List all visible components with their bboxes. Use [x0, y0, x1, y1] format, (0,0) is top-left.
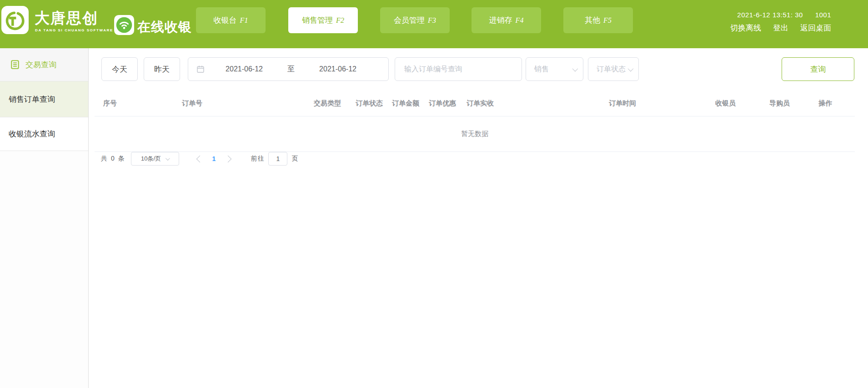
- brand-name: 大唐思创: [35, 8, 98, 29]
- transaction-type-value: 销售: [534, 65, 549, 74]
- nav-tab-label: 进销存: [489, 15, 512, 25]
- page-unit-label: 页: [291, 155, 298, 163]
- order-status-value: 订单状态: [597, 65, 626, 74]
- column-header-order-time: 订单时间: [609, 99, 636, 108]
- date-from-value[interactable]: 2021-06-12: [217, 65, 271, 73]
- order-status-select[interactable]: 订单状态: [588, 57, 639, 81]
- today-button[interactable]: 今天: [101, 57, 138, 81]
- current-page-number[interactable]: 1: [212, 155, 216, 162]
- goto-page-input[interactable]: [268, 152, 287, 166]
- sidebar-item-cashier-flow-query[interactable]: 收银流水查询: [0, 117, 88, 151]
- pos-app-window: 大唐思创 DA TANG SI CHUANG SOFTWARE 在线收银 收银台…: [0, 0, 868, 388]
- column-header-order-amount: 订单金额: [392, 99, 419, 108]
- nav-tab-label: 销售管理: [302, 15, 333, 25]
- nav-tab-member-management[interactable]: 会员管理 F3: [380, 7, 450, 33]
- previous-page-icon[interactable]: [196, 155, 203, 162]
- main-content: 今天 昨天 2021-06-12 至 2021-06-12 销售 订单状态: [89, 48, 868, 388]
- brand-logo: [1, 6, 29, 34]
- date-range-separator: 至: [271, 65, 311, 74]
- column-header-shopping-guide: 导购员: [769, 99, 790, 108]
- transaction-type-select[interactable]: 销售: [526, 57, 583, 81]
- pagination-bar: 共 0 条 10条/页 1 前往 页: [101, 152, 298, 166]
- wifi-icon: [115, 16, 133, 34]
- date-range-picker[interactable]: 2021-06-12 至 2021-06-12: [188, 57, 389, 81]
- total-count-text: 共 0 条: [101, 155, 125, 163]
- sidebar-item-sales-order-query[interactable]: 销售订单查询: [0, 81, 88, 117]
- logout-link[interactable]: 登出: [773, 23, 788, 33]
- nav-tab-fkey: F4: [516, 16, 524, 25]
- nav-tab-label: 其他: [585, 15, 600, 25]
- calendar-icon: [196, 65, 205, 73]
- yesterday-button[interactable]: 昨天: [144, 57, 180, 81]
- online-cashier-badge: [114, 15, 134, 35]
- empty-data-text: 暂无数据: [461, 130, 488, 138]
- table-header-row: 序号 订单号 交易类型 订单状态 订单金额 订单优惠 订单实收 订单时间 收银员…: [95, 91, 855, 116]
- terminal-id: 1001: [815, 11, 831, 19]
- nav-tab-inventory[interactable]: 进销存 F4: [472, 7, 541, 33]
- goto-page-label: 前往: [251, 155, 264, 163]
- sidebar-item-label: 收银流水查询: [9, 129, 55, 139]
- switch-offline-link[interactable]: 切换离线: [730, 23, 761, 33]
- nav-tab-fkey: F3: [428, 16, 436, 25]
- page-size-select[interactable]: 10条/页: [131, 152, 179, 166]
- nav-tab-label: 会员管理: [394, 15, 425, 25]
- page-size-value: 10条/页: [141, 155, 161, 163]
- current-datetime: 2021-6-12 13:51: 30: [737, 11, 803, 19]
- table-empty-row: 暂无数据: [95, 116, 855, 152]
- nav-tab-sales-management[interactable]: 销售管理 F2: [288, 7, 358, 33]
- nav-tab-label: 收银台: [214, 15, 237, 25]
- nav-tab-fkey: F2: [336, 16, 344, 25]
- date-to-value[interactable]: 2021-06-12: [311, 65, 365, 73]
- orders-table: 序号 订单号 交易类型 订单状态 订单金额 订单优惠 订单实收 订单时间 收银员…: [95, 91, 855, 152]
- sidebar: 交易查询 销售订单查询 收银流水查询: [0, 48, 89, 388]
- column-header-order-no: 订单号: [182, 99, 202, 108]
- column-header-order-paid: 订单实收: [467, 99, 494, 108]
- column-header-actions: 操作: [818, 99, 832, 108]
- column-header-transaction-type: 交易类型: [314, 99, 341, 108]
- nav-tab-others[interactable]: 其他 F5: [563, 7, 633, 33]
- product-title: 在线收银: [137, 18, 192, 36]
- header-links: 切换离线 登出 返回桌面: [730, 23, 831, 33]
- next-page-icon[interactable]: [225, 155, 232, 162]
- nav-tab-cashier[interactable]: 收银台 F1: [196, 7, 266, 33]
- datetime-line: 2021-6-12 13:51: 30 1001: [730, 11, 831, 19]
- chevron-down-icon: [628, 66, 634, 71]
- column-header-index: 序号: [103, 99, 117, 108]
- nav-tab-fkey: F1: [240, 16, 248, 25]
- brand-subtitle: DA TANG SI CHUANG SOFTWARE: [35, 28, 113, 32]
- chevron-down-icon: [166, 156, 170, 161]
- nav-tab-fkey: F5: [603, 16, 612, 25]
- sidebar-item-label: 销售订单查询: [9, 94, 55, 105]
- order-number-search-input[interactable]: [395, 57, 522, 81]
- top-bar: 大唐思创 DA TANG SI CHUANG SOFTWARE 在线收银 收银台…: [0, 0, 868, 48]
- header-info: 2021-6-12 13:51: 30 1001 切换离线 登出 返回桌面: [730, 11, 831, 33]
- document-list-icon: [10, 60, 20, 70]
- column-header-order-discount: 订单优惠: [429, 99, 456, 108]
- search-button[interactable]: 查询: [782, 57, 854, 81]
- sidebar-item-transaction-query[interactable]: 交易查询: [0, 48, 88, 81]
- back-to-desktop-link[interactable]: 返回桌面: [800, 23, 831, 33]
- column-header-cashier: 收银员: [715, 99, 736, 108]
- column-header-order-status: 订单状态: [356, 99, 383, 108]
- chevron-down-icon: [572, 66, 578, 71]
- brand-logo-icon: [4, 9, 26, 31]
- sidebar-item-label: 交易查询: [25, 60, 56, 70]
